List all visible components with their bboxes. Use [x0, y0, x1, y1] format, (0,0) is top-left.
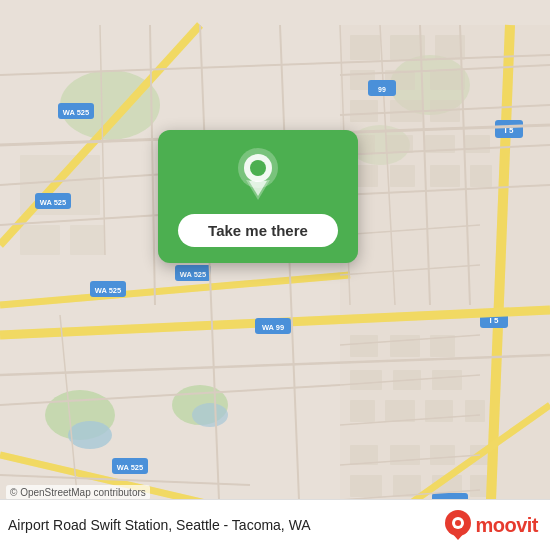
- svg-point-113: [455, 520, 461, 526]
- svg-rect-35: [465, 400, 485, 422]
- svg-rect-25: [470, 165, 492, 187]
- svg-rect-41: [393, 475, 421, 497]
- svg-rect-24: [430, 165, 460, 187]
- svg-rect-26: [350, 335, 378, 357]
- svg-rect-45: [20, 225, 60, 255]
- svg-text:WA 525: WA 525: [95, 286, 121, 295]
- take-me-there-button[interactable]: Take me there: [178, 214, 338, 247]
- destination-card: Take me there: [158, 130, 358, 263]
- svg-text:WA 525: WA 525: [180, 270, 206, 279]
- svg-point-6: [68, 421, 112, 449]
- svg-text:WA 525: WA 525: [117, 463, 143, 472]
- svg-rect-23: [390, 165, 415, 187]
- svg-point-7: [192, 403, 228, 427]
- location-label: Airport Road Swift Station, Seattle - Ta…: [8, 517, 311, 533]
- svg-rect-40: [350, 475, 382, 497]
- svg-rect-14: [430, 70, 465, 90]
- svg-rect-38: [430, 445, 455, 465]
- svg-marker-114: [451, 532, 465, 540]
- svg-rect-46: [70, 225, 105, 255]
- svg-text:WA 99: WA 99: [262, 323, 284, 332]
- svg-rect-9: [350, 35, 380, 60]
- svg-text:I 5: I 5: [490, 316, 499, 325]
- moovit-logo: moovit: [445, 510, 538, 540]
- moovit-wordmark: moovit: [475, 514, 538, 537]
- svg-text:WA 525: WA 525: [63, 108, 89, 117]
- map-container: I 5 I 5 WA 99 WA 525 WA 525 WA 525 WA 52…: [0, 0, 550, 550]
- svg-rect-21: [465, 135, 490, 153]
- map-svg: I 5 I 5 WA 99 WA 525 WA 525 WA 525 WA 52…: [0, 0, 550, 550]
- map-attribution: © OpenStreetMap contributors: [6, 485, 150, 500]
- svg-rect-31: [432, 370, 462, 390]
- svg-rect-29: [350, 370, 382, 390]
- svg-point-108: [250, 160, 266, 176]
- bottom-bar: Airport Road Swift Station, Seattle - Ta…: [0, 499, 550, 550]
- svg-rect-32: [350, 400, 375, 422]
- location-pin-icon: [236, 148, 280, 200]
- svg-rect-33: [385, 400, 415, 422]
- moovit-pin-icon: [445, 510, 471, 540]
- svg-rect-37: [390, 445, 420, 465]
- svg-rect-15: [350, 100, 378, 122]
- svg-text:99: 99: [378, 86, 386, 93]
- svg-text:WA 525: WA 525: [40, 198, 66, 207]
- svg-rect-19: [385, 135, 413, 153]
- svg-rect-27: [390, 335, 420, 357]
